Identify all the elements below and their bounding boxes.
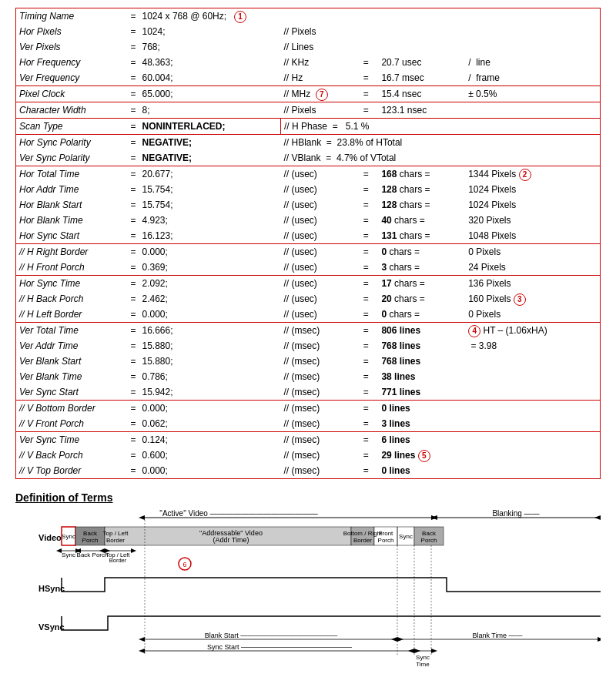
hor-blank-start-val: 15.754; [139,197,281,213]
v-top-border-label: // V Top Border [16,463,128,479]
h-left-border-val: 0.000; [139,307,281,323]
hor-sync-start-pixels: 1048 Pixels [465,228,600,244]
hor-blank-start-row: Hor Blank Start = 15.754; // (usec) = 12… [16,197,601,213]
v-top-border-row: // V Top Border = 0.000; // (msec) = 0 l… [16,463,601,479]
v-top-border-lines: 0 lines [378,463,465,479]
char-width-calc: 123.1 nsec [378,102,600,119]
char-width-unit: // Pixels [281,102,360,119]
v-back-porch-val: 0.600; [139,448,281,463]
hor-pixels-comment: // Pixels [281,24,466,39]
front-porch-label: Front [379,530,393,537]
svg-marker-35 [598,637,601,642]
ver-addr-lines: 768 lines [378,338,465,354]
h-left-border-chars: 0 chars = [378,307,465,323]
ver-sync-start-lines: 771 lines [378,384,465,401]
pixel-clock-val: 65.000; [139,86,281,102]
ver-total-extra: 4 HT – (1.06xHA) [465,323,600,339]
hor-pixels-row: Hor Pixels = 1024; // Pixels [16,24,601,39]
hor-blank-time-row: Hor Blank Time = 4.923; // (usec) = 40 c… [16,213,601,228]
pixel-clock-row: Pixel Clock = 65.000; // MHz 7 = 15.4 ns… [16,86,601,102]
svg-text:Time: Time [416,661,430,668]
ver-sync-pol-row: Ver Sync Polarity = NEGATIVE; // VBlank … [16,150,601,166]
ver-addr-val: 15.880; [139,338,281,354]
h-right-border-val: 0.000; [139,244,281,260]
ver-blank-time-unit: // (msec) [281,369,360,384]
v-bottom-border-val: 0.000; [139,401,281,417]
ver-blank-start-val: 15.880; [139,354,281,369]
svg-text:(Addr Time): (Addr Time) [213,536,249,544]
back-porch-left-label: Back [83,530,98,537]
v-front-porch-label: // V Front Porch [16,416,128,432]
h-right-border-pixels: 0 Pixels [465,244,600,260]
hor-freq-calc2: / line [465,55,600,70]
svg-marker-37 [139,649,145,653]
circle-4: 4 [468,325,480,337]
v-back-porch-label: // V Back Porch [16,448,128,463]
hor-blank-time-val: 4.923; [139,213,281,228]
svg-text:Porch: Porch [82,537,99,544]
ver-sync-time-unit: // (msec) [281,432,360,448]
ver-sync-time-label: Ver Sync Time [16,432,128,448]
svg-text:Border: Border [106,537,125,544]
svg-marker-41 [431,649,437,653]
ver-total-label: Ver Total Time [16,323,128,339]
h-right-border-unit: // (usec) [281,244,360,260]
h-front-porch-row: // H Front Porch = 0.369; // (usec) = 3 … [16,260,601,276]
svg-marker-31 [139,637,145,642]
hor-sync-start-row: Hor Sync Start = 16.123; // (usec) = 131… [16,228,601,244]
v-bottom-border-lines: 0 lines [378,401,465,417]
timing-name-value: 1024 x 768 @ 60Hz; 1 [139,8,601,25]
hor-pixels-val: 1024; [139,24,281,39]
char-width-label: Character Width [16,102,128,119]
video-row-label: Video [38,533,62,542]
ver-freq-val: 60.004; [139,70,281,86]
v-back-porch-row: // V Back Porch = 0.600; // (msec) = 29 … [16,448,601,463]
h-back-porch-unit: // (usec) [281,291,360,307]
hor-addr-label: Hor Addr Time [16,182,128,197]
ver-blank-start-lines: 768 lines [378,354,465,369]
pixel-clock-calc: 15.4 nsec [378,86,465,102]
circle-5: 5 [418,450,430,462]
h-front-porch-pixels: 24 Pixels [465,260,600,276]
h-right-border-row: // H Right Border = 0.000; // (usec) = 0… [16,244,601,260]
svg-marker-34 [391,637,397,642]
v-bottom-border-row: // V Bottom Border = 0.000; // (msec) = … [16,401,601,417]
scan-type-row: Scan Type = NONINTERLACED; // H Phase = … [16,119,601,135]
h-left-border-unit: // (usec) [281,307,360,323]
svg-marker-27 [131,548,136,553]
hor-sync-pol-label: Hor Sync Polarity [16,135,128,151]
h-back-porch-val: 2.462; [139,291,281,307]
hor-total-pixels: 1344 Pixels 2 [465,166,600,183]
bottom-right-border-label: Bottom / Right [343,530,383,537]
pixel-clock-calc2: ± 0.5% [465,86,600,102]
hor-sync-time-row: Hor Sync Time = 2.092; // (usec) = 17 ch… [16,276,601,292]
ver-sync-start-row: Ver Sync Start = 15.942; // (msec) = 771… [16,384,601,401]
back-porch-bottom-label: Back Porch [77,552,109,558]
ver-blank-start-extra [465,354,600,369]
hor-sync-pol-val: NEGATIVE; [139,135,281,151]
ver-sync-pol-label: Ver Sync Polarity [16,150,128,166]
ver-sync-start-label: Ver Sync Start [16,384,128,401]
svg-marker-5 [594,515,601,520]
hor-addr-unit: // (usec) [281,182,360,197]
ver-sync-pol-comment: // VBlank = 4.7% of VTotal [281,150,601,166]
hor-blank-time-label: Hor Blank Time [16,213,128,228]
char-width-val: 8; [139,102,281,119]
h-right-border-chars: 0 chars = [378,244,465,260]
v-back-porch-unit: // (msec) [281,448,360,463]
vsync-row-label: VSync [38,622,65,632]
blank-time-label: Blank Time —— [472,632,522,639]
ver-pixels-label: Ver Pixels [16,39,128,55]
hor-sync-start-val: 16.123; [139,228,281,244]
hor-sync-start-unit: // (usec) [281,228,360,244]
ver-pixels-val: 768; [139,39,281,55]
scan-type-comment: // H Phase = 5.1 % [281,119,601,135]
circle-2: 2 [519,169,531,181]
svg-marker-40 [408,649,414,653]
h-back-porch-row: // H Back Porch = 2.462; // (usec) = 20 … [16,291,601,307]
hor-total-label: Hor Total Time [16,166,128,183]
definition-section: Definition of Terms "Active" Video —————… [15,491,601,678]
eq: = [128,8,139,25]
h-front-porch-unit: // (usec) [281,260,360,276]
timing-diagram: "Active" Video —————————————— Blanking —… [15,508,601,678]
